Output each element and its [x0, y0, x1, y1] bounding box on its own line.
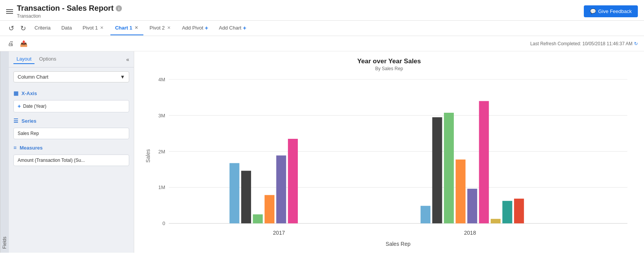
add-chart-tab[interactable]: Add Chart + [214, 21, 251, 36]
chevron-down-icon: ▼ [120, 74, 125, 80]
bar-2018-nosalesrep [421, 206, 430, 224]
chart-container: 0 1M 2M 3M 4M Sales 20 [142, 74, 636, 251]
export-button[interactable]: 📤 [18, 38, 29, 49]
undo-button[interactable]: ↺ [6, 21, 16, 36]
bar-2018-maryredding [479, 101, 489, 224]
bar-2017-markgrogan [276, 155, 286, 223]
refresh-info: Last Refresh Completed: 10/05/2018 11:46… [530, 41, 638, 46]
give-feedback-button[interactable]: 💬 Give Feedback [584, 5, 638, 17]
refresh-text: Last Refresh Completed: 10/05/2018 11:46… [530, 41, 632, 46]
chart-type-dropdown[interactable]: Column Chart ▼ [13, 71, 129, 82]
svg-text:1M: 1M [158, 184, 165, 190]
bar-2017-alexwolfe [241, 171, 251, 223]
series-field-label: Sales Rep [18, 131, 39, 136]
print-button[interactable]: 🖨 [6, 38, 15, 49]
tab-criteria[interactable]: Criteria [30, 21, 55, 35]
chart-type-label: Column Chart [18, 74, 48, 80]
bar-2018-kristabarton [456, 160, 466, 224]
layout-tab[interactable]: Layout [13, 54, 34, 64]
sub-title: Transaction [17, 13, 122, 19]
tab-pivot2-close[interactable]: ✕ [166, 25, 171, 30]
bar-2017-nosalesrep [230, 163, 240, 223]
series-section-header: ☰ Series [9, 114, 134, 126]
svg-text:Sales: Sales [145, 149, 151, 163]
measures-field-label: Amount (Transaction Total) (Su... [18, 158, 85, 163]
xaxis-section-header: ▦ X-Axis [9, 86, 134, 99]
svg-text:2M: 2M [158, 149, 165, 155]
xaxis-field-label: Date (Year) [23, 104, 46, 109]
xaxis-icon: ▦ [13, 90, 18, 96]
layout-options-tabs: Layout Options « [9, 51, 134, 67]
bar-2017-kristabarton [264, 195, 274, 224]
hamburger-menu[interactable] [6, 9, 13, 14]
title-area: Transaction - Sales Report i Transaction [17, 4, 122, 19]
bar-2017-maryredding [288, 139, 298, 223]
chart-subtitle: By Sales Rep [142, 66, 636, 71]
tabs-bar: ↺ ↻ Criteria Data Pivot 1 ✕ Chart 1 ✕ Pi… [0, 21, 644, 36]
main-content: Fields Layout Options « Column Chart ▼ ▦… [0, 51, 644, 253]
chart-title: Year over Year Sales [142, 58, 636, 65]
feedback-label: Give Feedback [598, 8, 632, 14]
bar-2017-clarkkoozer [253, 214, 263, 223]
main-title: Transaction - Sales Report i [17, 4, 122, 13]
series-icon: ☰ [13, 118, 18, 124]
chart-svg: 0 1M 2M 3M 4M Sales 20 [142, 74, 636, 251]
chart-area: Year over Year Sales By Sales Rep 0 1M 2… [134, 51, 644, 253]
tab-chart1-close[interactable]: ✕ [134, 25, 139, 30]
chart-legend: – No Sales Rep – Alex Wolfe Clark Koozer… [142, 251, 636, 253]
series-field-item[interactable]: Sales Rep [13, 128, 129, 139]
collapse-sidebar-icon[interactable]: « [126, 56, 129, 63]
bar-2018-neithomson [503, 201, 513, 224]
svg-text:2017: 2017 [273, 230, 285, 236]
options-tab[interactable]: Options [36, 54, 59, 64]
svg-text:4M: 4M [158, 77, 165, 82]
sidebar-inner: Layout Options « Column Chart ▼ ▦ X-Axis… [9, 51, 134, 253]
bar-2018-markgrogan [467, 189, 477, 223]
bar-2018-samrcruz [514, 199, 524, 224]
field-plus-icon: + [18, 103, 21, 109]
tab-pivot1[interactable]: Pivot 1 ✕ [78, 21, 109, 35]
bar-2018-mattnolan [491, 219, 501, 224]
fields-tab[interactable]: Fields [0, 51, 9, 253]
tab-chart1[interactable]: Chart 1 ✕ [110, 21, 143, 35]
xaxis-label: X-Axis [21, 90, 37, 96]
measures-icon: ≡ [13, 145, 16, 151]
redo-button[interactable]: ↻ [18, 21, 28, 36]
title-text: Transaction - Sales Report [17, 4, 113, 13]
header-left: Transaction - Sales Report i Transaction [6, 4, 122, 19]
svg-text:Sales Rep: Sales Rep [386, 241, 411, 247]
toolbar-row: 🖨 📤 Last Refresh Completed: 10/05/2018 1… [0, 36, 644, 51]
measures-field-item[interactable]: Amount (Transaction Total) (Su... [13, 155, 129, 166]
feedback-icon: 💬 [590, 8, 596, 14]
tab-pivot1-close[interactable]: ✕ [99, 25, 104, 30]
tab-data[interactable]: Data [57, 21, 76, 35]
measures-label: Measures [20, 145, 43, 151]
svg-text:2018: 2018 [464, 230, 476, 236]
xaxis-field-item[interactable]: + Date (Year) [13, 100, 129, 112]
bar-2018-alexwolfe [432, 117, 442, 224]
header: Transaction - Sales Report i Transaction… [0, 0, 644, 21]
series-label: Series [21, 118, 36, 124]
tab-pivot2[interactable]: Pivot 2 ✕ [145, 21, 176, 35]
bar-2018-clarkkoozer [444, 113, 454, 223]
svg-text:3M: 3M [158, 113, 165, 118]
add-pivot-tab[interactable]: Add Pivot + [177, 21, 213, 36]
sidebar: Fields Layout Options « Column Chart ▼ ▦… [0, 51, 134, 253]
svg-text:0: 0 [163, 220, 165, 226]
measures-section-header: ≡ Measures [9, 141, 134, 153]
toolbar-left: 🖨 📤 [6, 38, 29, 49]
add-pivot-icon: + [205, 25, 208, 31]
refresh-icon[interactable]: ↻ [634, 41, 638, 46]
add-chart-icon: + [243, 25, 246, 31]
info-icon[interactable]: i [116, 5, 122, 12]
